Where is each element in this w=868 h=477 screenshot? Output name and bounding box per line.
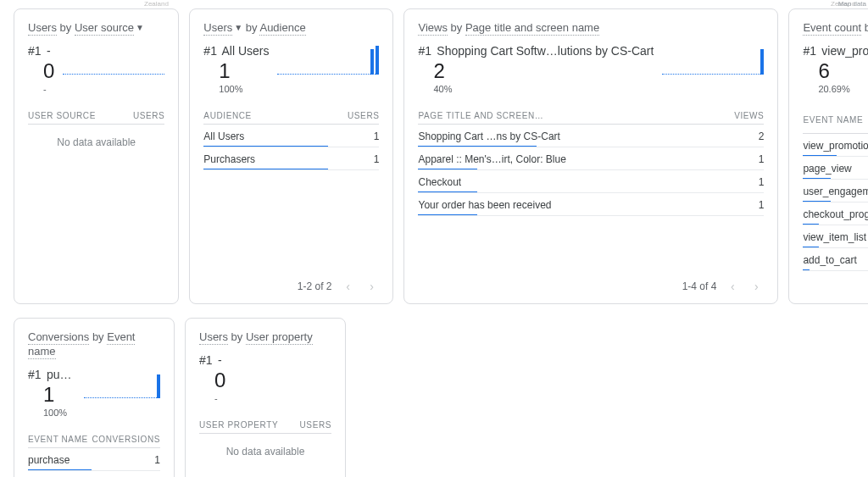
table-row[interactable]: purchase1 bbox=[28, 447, 160, 470]
title-metric[interactable]: Users bbox=[199, 330, 228, 345]
row-label: Shopping Cart …ns by CS-Cart bbox=[418, 124, 713, 147]
pager-next: › bbox=[748, 280, 764, 293]
card-title[interactable]: Event count by Event name bbox=[803, 21, 868, 36]
top-metric-value: 2 bbox=[433, 59, 654, 83]
column-header: CONVERSIONS bbox=[92, 430, 160, 448]
top-metric-pct: - bbox=[214, 393, 331, 403]
top-rank-label: #1 Shopping Cart Softw…lutions by CS-Car… bbox=[418, 44, 654, 58]
table-row[interactable]: user_engagement5 bbox=[803, 179, 868, 202]
row-label: checkout_progress bbox=[803, 202, 868, 225]
column-header: USER SOURCE bbox=[28, 106, 121, 125]
title-metric[interactable]: Users bbox=[203, 21, 232, 36]
table-row[interactable]: Shopping Cart …ns by CS-Cart2 bbox=[418, 124, 764, 147]
pager: 1-4 of 4‹› bbox=[418, 271, 764, 293]
spark-bar bbox=[370, 49, 374, 75]
table-row[interactable]: Apparel :: Men's…irt, Color: Blue1 bbox=[418, 147, 764, 169]
card-title[interactable]: Users by User property bbox=[199, 330, 331, 345]
report-card: Event count by Event name#1 view_promoti… bbox=[788, 8, 868, 304]
title-by: by bbox=[228, 330, 246, 343]
table-row[interactable]: view_promotion6 bbox=[803, 133, 868, 156]
table-row[interactable]: view_item_list3 bbox=[803, 225, 868, 247]
card-title[interactable]: Conversions by Event name bbox=[28, 330, 160, 359]
report-card: Users by User property#1 -0-USER PROPERT… bbox=[185, 318, 346, 477]
row-label: view_promotion bbox=[803, 133, 868, 156]
row-value: 1 bbox=[713, 147, 764, 169]
top-rank-label: #1 All Users bbox=[203, 44, 269, 58]
sparkline bbox=[277, 44, 379, 80]
sparkline bbox=[63, 44, 164, 80]
table-row[interactable]: Checkout1 bbox=[418, 169, 764, 192]
row-label: add_to_cart bbox=[803, 247, 868, 270]
row-label: purchase bbox=[28, 447, 92, 470]
data-table: EVENT NAMEEVENT COUNTview_promotion6page… bbox=[803, 106, 868, 271]
data-table: EVENT NAMECONVERSIONSpurchase1 bbox=[28, 430, 160, 471]
top-metric-pct: 20.69% bbox=[818, 84, 868, 94]
title-metric[interactable]: Event count bbox=[803, 21, 861, 36]
cards-row-2: Conversions by Event name#1 purchase1100… bbox=[0, 318, 868, 477]
pager: 1-6 of 12‹› bbox=[803, 271, 868, 293]
row-value: 1 bbox=[713, 169, 764, 192]
column-header: USERS bbox=[328, 106, 379, 125]
pager-range: 1-4 of 4 bbox=[682, 280, 717, 292]
title-metric[interactable]: Conversions bbox=[28, 330, 89, 345]
title-by: by bbox=[57, 21, 75, 34]
column-header: USERS bbox=[293, 415, 331, 434]
top-metric-pct: 100% bbox=[43, 408, 75, 418]
top-metric-value: 6 bbox=[818, 59, 868, 83]
data-table: USER SOURCEUSERS bbox=[28, 106, 164, 125]
top-rank-label: #1 view_promotion bbox=[803, 44, 868, 58]
top-metric-row: #1 Shopping Cart Softw…lutions by CS-Car… bbox=[418, 44, 764, 94]
report-card: Users by User source▼#1 -0-USER SOURCEUS… bbox=[14, 8, 179, 304]
report-card: Views by Page title and screen name#1 Sh… bbox=[403, 8, 778, 304]
title-metric[interactable]: Users bbox=[28, 21, 57, 36]
spark-bar bbox=[157, 374, 160, 398]
title-metric[interactable]: Views bbox=[418, 21, 447, 36]
row-value: 1 bbox=[328, 147, 379, 169]
table-row[interactable]: add_to_cart1 bbox=[803, 247, 868, 270]
top-metric-value: 1 bbox=[43, 383, 75, 407]
pager-prev: ‹ bbox=[340, 280, 355, 293]
column-header: AUDIENCE bbox=[203, 106, 328, 125]
column-header: VIEWS bbox=[713, 106, 764, 125]
row-bar bbox=[803, 269, 810, 271]
title-dimension[interactable]: User property bbox=[246, 330, 313, 345]
data-table: PAGE TITLE AND SCREEN…VIEWSShopping Cart… bbox=[418, 106, 764, 216]
column-header: USERS bbox=[121, 106, 164, 125]
sparkline bbox=[84, 368, 160, 403]
top-metric-row: #1 view_promotion620.69% bbox=[803, 44, 868, 94]
title-dimension[interactable]: Audience bbox=[259, 21, 305, 36]
column-header: PAGE TITLE AND SCREEN… bbox=[418, 106, 713, 125]
table-row[interactable]: checkout_progress3 bbox=[803, 202, 868, 225]
card-title[interactable]: Views by Page title and screen name bbox=[418, 21, 764, 36]
title-dimension[interactable]: User source bbox=[75, 21, 134, 36]
data-table: USER PROPERTYUSERS bbox=[199, 415, 331, 434]
spark-bar bbox=[376, 46, 379, 75]
title-dimension[interactable]: Page title and screen name bbox=[465, 21, 599, 36]
table-row[interactable]: All Users1 bbox=[203, 124, 379, 147]
report-card: Users▼ by Audience#1 All Users1100%AUDIE… bbox=[189, 8, 393, 304]
pager: 1-2 of 2‹› bbox=[203, 271, 379, 293]
row-label: page_view bbox=[803, 156, 868, 179]
row-bar bbox=[418, 214, 477, 216]
chevron-down-icon[interactable]: ▼ bbox=[136, 22, 144, 33]
table-row[interactable]: Your order has been received1 bbox=[418, 192, 764, 215]
pager-next: › bbox=[364, 280, 379, 293]
row-value: 1 bbox=[328, 124, 379, 147]
card-title[interactable]: Users▼ by Audience bbox=[203, 21, 379, 36]
card-title[interactable]: Users by User source▼ bbox=[28, 21, 164, 36]
row-label: Apparel :: Men's…irt, Color: Blue bbox=[418, 147, 713, 169]
column-header: EVENT NAME bbox=[803, 106, 868, 134]
table-row[interactable]: Purchasers1 bbox=[203, 147, 379, 169]
row-label: Checkout bbox=[418, 169, 713, 192]
table-row[interactable]: page_view5 bbox=[803, 156, 868, 179]
top-rank-label: #1 - bbox=[199, 353, 331, 367]
chevron-down-icon[interactable]: ▼ bbox=[234, 22, 242, 33]
pager-range: 1-2 of 2 bbox=[298, 280, 332, 292]
title-by: by bbox=[242, 21, 259, 34]
row-label: Your order has been received bbox=[418, 192, 713, 215]
spark-bar bbox=[760, 49, 764, 75]
row-label: user_engagement bbox=[803, 179, 868, 202]
top-rank-label: #1 - bbox=[28, 44, 54, 58]
top-metric-value: 1 bbox=[219, 59, 269, 83]
column-header: EVENT NAME bbox=[28, 430, 92, 448]
